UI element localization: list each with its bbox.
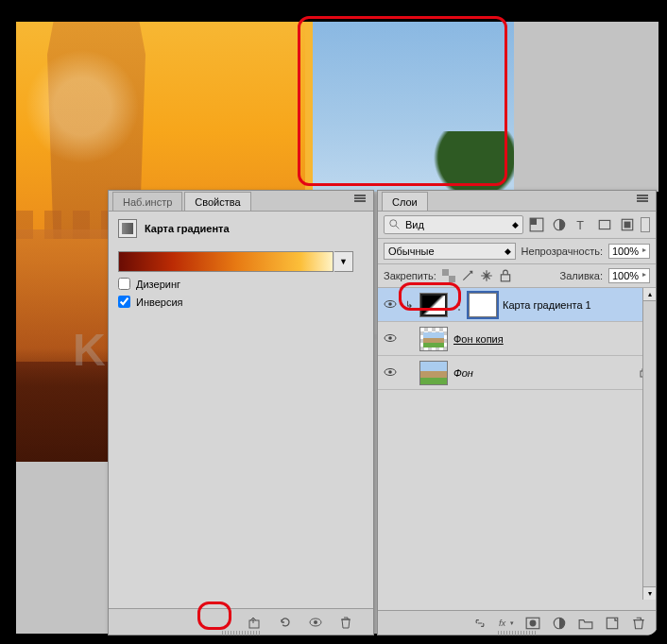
svg-rect-6 (530, 218, 537, 225)
lock-label: Закрепить: (384, 270, 436, 281)
gradient-preview[interactable]: ▼ (118, 251, 334, 272)
tint-edge (305, 22, 315, 192)
delete-layer-icon[interactable] (631, 616, 646, 631)
svg-point-18 (388, 336, 392, 340)
adjustment-thumbnail[interactable] (419, 293, 448, 317)
layer-list: ↳ ⋮ Карта градиента 1 Фон копия Фон (378, 288, 656, 600)
svg-point-24 (530, 619, 537, 626)
layer-row-bg[interactable]: Фон (378, 356, 656, 390)
clip-indicator-icon: ↳ (404, 299, 414, 310)
tab-toolpresets[interactable]: Наб.инстр (112, 192, 182, 211)
panel-resize-grip[interactable] (222, 631, 260, 636)
gradient-map-icon (118, 219, 137, 238)
pasteboard (514, 22, 658, 192)
visibility-toggle[interactable] (382, 331, 399, 347)
dither-row[interactable]: Дизеринг (118, 278, 364, 290)
fill-label: Заливка: (560, 270, 603, 281)
tree-shape (429, 131, 523, 197)
blend-opacity-row: Обычные ◆ Непрозрачность: 100%▸ (378, 239, 656, 264)
visibility-toggle[interactable] (382, 297, 399, 313)
gradient-dropdown-button[interactable]: ▼ (334, 251, 353, 272)
properties-tabs: Наб.инстр Свойства (109, 191, 373, 212)
blend-mode-value: Обычные (388, 246, 435, 257)
link-layers-icon[interactable] (472, 616, 487, 631)
reverse-checkbox[interactable] (118, 296, 130, 308)
add-mask-icon[interactable] (525, 616, 540, 631)
layer-filter-select[interactable]: Вид ◆ (384, 215, 523, 234)
layer-fx-icon[interactable]: fx▾ (499, 616, 514, 631)
lock-pixels-icon[interactable] (461, 269, 474, 282)
layer-name[interactable]: Фон (453, 367, 631, 379)
properties-title: Карта градиента (145, 223, 230, 234)
svg-rect-11 (624, 222, 631, 229)
svg-rect-0 (249, 620, 259, 628)
lock-all-icon[interactable] (499, 269, 512, 282)
filter-type-icon[interactable]: T (574, 218, 590, 231)
svg-point-2 (314, 620, 317, 624)
opacity-input[interactable]: 100%▸ (608, 244, 650, 259)
layer-row-gradientmap[interactable]: ↳ ⋮ Карта градиента 1 (378, 288, 656, 322)
svg-rect-9 (599, 220, 609, 229)
filter-smartobject-icon[interactable] (620, 218, 635, 231)
opacity-label: Непрозрачность: (522, 246, 603, 257)
dither-label: Дизеринг (136, 279, 180, 290)
layer-name[interactable]: Карта градиента 1 (503, 299, 652, 311)
svg-text:fx: fx (499, 618, 506, 628)
properties-panel: Наб.инстр Свойства Карта градиента ▼ Диз… (108, 190, 374, 636)
new-layer-icon[interactable] (605, 616, 620, 631)
svg-rect-12 (442, 269, 449, 276)
scroll-down-button[interactable]: ▾ (643, 586, 656, 600)
reverse-row[interactable]: Инверсия (118, 296, 364, 308)
svg-line-4 (396, 226, 400, 229)
search-icon (388, 218, 402, 231)
layer-thumbnail[interactable] (419, 327, 448, 351)
layer-filter-row: Вид ◆ T (378, 212, 656, 239)
tab-properties[interactable]: Свойства (184, 192, 250, 211)
trash-icon[interactable] (337, 615, 354, 630)
svg-text:T: T (576, 219, 584, 232)
new-group-icon[interactable] (578, 616, 593, 631)
lock-fill-row: Закрепить: Заливка: 100%▸ (378, 264, 656, 288)
previous-state-icon[interactable] (277, 615, 294, 630)
reverse-label: Инверсия (136, 297, 183, 308)
workspace: KAK-SDELAT-VSE Наб.инстр Свойства Карта … (16, 22, 651, 634)
filter-kind-icons: T (527, 218, 637, 231)
layer-row-bgcopy[interactable]: Фон копия (378, 322, 656, 356)
svg-point-16 (388, 302, 392, 306)
layers-panel-menu-icon[interactable] (637, 195, 652, 206)
scroll-up-button[interactable]: ▴ (643, 288, 656, 301)
filter-toggle-switch[interactable] (641, 217, 650, 232)
panel-resize-grip[interactable] (498, 631, 536, 636)
dither-checkbox[interactable] (118, 278, 130, 290)
svg-point-3 (390, 220, 397, 227)
canvas-image-original-region (305, 22, 514, 192)
layers-tabs: Слои (378, 191, 656, 212)
visibility-icon[interactable] (307, 615, 324, 630)
new-adjustment-icon[interactable] (552, 616, 567, 631)
svg-point-20 (388, 370, 392, 374)
fill-input[interactable]: 100%▸ (608, 268, 650, 283)
layers-scrollbar[interactable]: ▴ ▾ (642, 288, 656, 600)
blend-mode-select[interactable]: Обычные ◆ (384, 243, 516, 260)
visibility-toggle[interactable] (382, 365, 399, 381)
clip-to-layer-icon[interactable] (247, 615, 264, 630)
lock-transparency-icon[interactable] (442, 269, 455, 282)
lock-position-icon[interactable] (480, 269, 493, 282)
lock-icons-group (442, 269, 512, 282)
svg-rect-13 (449, 276, 455, 282)
tab-layers[interactable]: Слои (382, 192, 428, 211)
filter-pixel-icon[interactable] (529, 218, 544, 231)
layer-name[interactable]: Фон копия (453, 333, 652, 345)
panel-menu-icon[interactable] (354, 195, 369, 206)
layer-thumbnail[interactable] (419, 361, 448, 385)
svg-rect-14 (501, 275, 509, 281)
properties-header: Карта градиента (109, 212, 373, 246)
layer-mask-thumbnail[interactable] (469, 293, 497, 317)
filter-adjustment-icon[interactable] (552, 218, 567, 231)
filter-shape-icon[interactable] (597, 218, 612, 231)
layers-panel: Слои Вид ◆ T (377, 190, 657, 636)
mask-link-icon[interactable]: ⋮ (453, 298, 463, 312)
filter-label: Вид (405, 219, 424, 230)
screenshot-frame: KAK-SDELAT-VSE Наб.инстр Свойства Карта … (9, 8, 658, 636)
